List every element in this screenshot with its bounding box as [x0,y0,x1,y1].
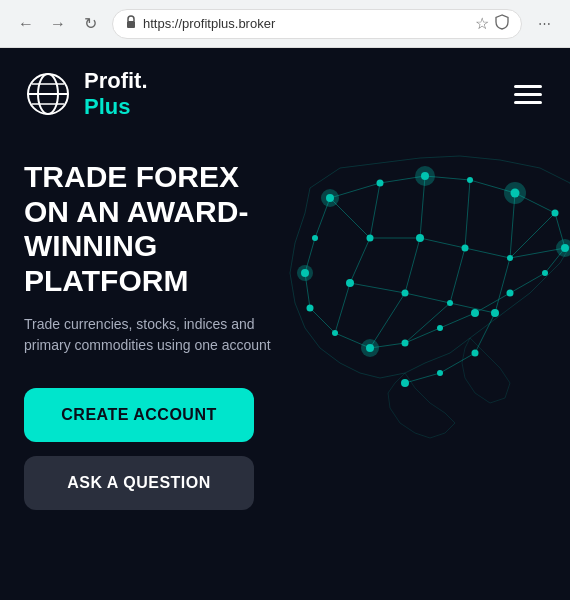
lock-icon [125,15,137,32]
hamburger-line-3 [514,101,542,104]
back-button[interactable]: ← [12,10,40,38]
site-header: Profit. Plus [0,48,570,140]
hero-section: TRADE FOREX ON AN AWARD-WINNING PLATFORM… [0,140,570,510]
forward-button[interactable]: → [44,10,72,38]
hero-title-line1: TRADE FOREX [24,160,239,193]
hamburger-line-2 [514,93,542,96]
bookmark-icon[interactable]: ☆ [475,14,489,33]
logo-accent: Plus [84,94,148,120]
logo-name: Profit. [84,68,148,94]
hamburger-menu-button[interactable] [510,81,546,108]
hamburger-line-1 [514,85,542,88]
hero-title: TRADE FOREX ON AN AWARD-WINNING PLATFORM [24,160,304,298]
browser-actions: ⋯ [530,10,558,38]
hero-subtitle: Trade currencies, stocks, indices and pr… [24,314,294,356]
shield-icon [495,14,509,33]
url-text: https://profitplus.broker [143,16,469,31]
website-content: Profit. Plus TRADE FOREX ON AN AWARD-WIN… [0,48,570,600]
logo-text: Profit. Plus [84,68,148,120]
address-bar[interactable]: https://profitplus.broker ☆ [112,9,522,39]
browser-nav-buttons: ← → ↻ [12,10,104,38]
create-account-button[interactable]: CREATE ACCOUNT [24,388,254,442]
logo-area: Profit. Plus [24,68,148,120]
hero-title-line2: ON AN AWARD-WINNING [24,195,248,263]
refresh-button[interactable]: ↻ [76,10,104,38]
browser-chrome: ← → ↻ https://profitplus.broker ☆ ⋯ [0,0,570,48]
extensions-button[interactable]: ⋯ [530,10,558,38]
hero-title-line3: PLATFORM [24,264,188,297]
globe-icon [24,70,72,118]
ask-question-button[interactable]: ASK A QUESTION [24,456,254,510]
svg-rect-0 [127,21,135,28]
